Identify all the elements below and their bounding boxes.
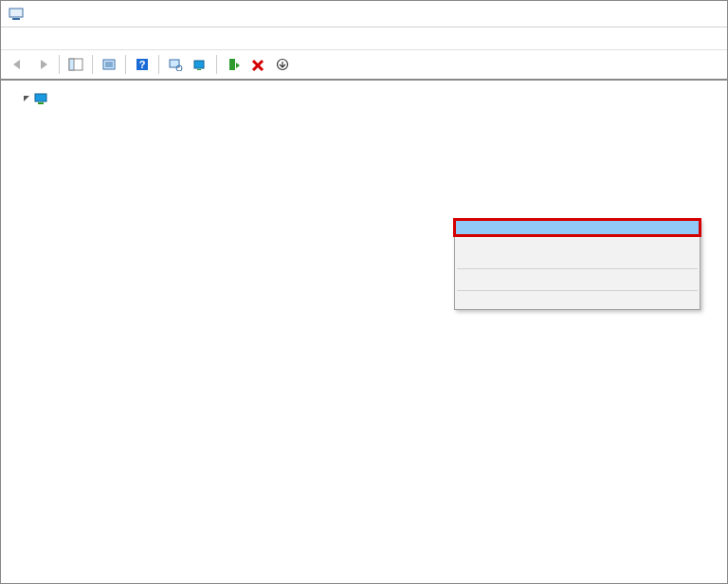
device-tree[interactable]: [1, 81, 727, 584]
app-icon: [9, 7, 24, 22]
properties-button[interactable]: [98, 54, 120, 75]
show-hide-console-tree-button[interactable]: [64, 54, 87, 75]
update-driver-button[interactable]: [189, 54, 211, 75]
svg-rect-13: [197, 69, 201, 70]
scan-hardware-button[interactable]: [164, 54, 187, 75]
svg-text:?: ?: [139, 59, 146, 70]
menu-action[interactable]: [26, 37, 45, 41]
svg-rect-0: [9, 9, 23, 17]
uninstall-device-button[interactable]: [246, 54, 269, 75]
enable-device-button[interactable]: [222, 54, 245, 75]
tree-label: [54, 98, 60, 100]
svg-rect-12: [194, 61, 204, 68]
tree-category-network-adapters[interactable]: [16, 88, 723, 109]
svg-rect-16: [35, 94, 46, 101]
back-button[interactable]: [7, 54, 29, 75]
context-uninstall-device[interactable]: [455, 250, 700, 265]
network-adapter-icon: [34, 91, 49, 106]
help-button[interactable]: ?: [131, 54, 154, 75]
svg-rect-3: [69, 59, 74, 70]
forward-button[interactable]: [31, 54, 54, 75]
separator: [92, 55, 93, 74]
menu-file[interactable]: [7, 37, 26, 41]
separator: [125, 55, 126, 74]
svg-rect-14: [229, 59, 235, 70]
separator: [457, 290, 698, 291]
menu-view[interactable]: [45, 37, 64, 41]
disable-device-button[interactable]: [271, 54, 294, 75]
title-bar: [1, 1, 727, 27]
menu-bar: [1, 27, 727, 50]
separator: [158, 55, 159, 74]
separator: [216, 55, 217, 74]
svg-rect-17: [38, 102, 44, 104]
context-update-driver[interactable]: [455, 220, 700, 235]
separator: [59, 55, 60, 74]
collapse-icon[interactable]: [20, 92, 33, 105]
toolbar: ?: [1, 50, 727, 81]
svg-rect-1: [12, 18, 20, 20]
context-scan-hardware[interactable]: [455, 272, 700, 287]
context-disable-device[interactable]: [455, 235, 700, 250]
context-properties[interactable]: [455, 294, 700, 309]
context-menu: [454, 219, 701, 310]
separator: [457, 268, 698, 269]
menu-help[interactable]: [64, 37, 82, 41]
